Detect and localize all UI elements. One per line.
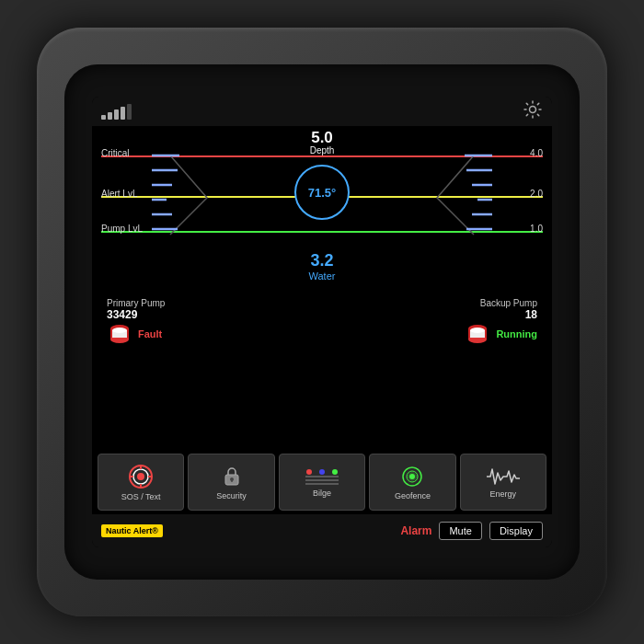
energy-button[interactable]: Energy bbox=[460, 454, 546, 511]
signal-bars bbox=[101, 104, 132, 120]
backup-pump-count: 18 bbox=[525, 308, 537, 321]
primary-pump: Primary Pump 33429 Fault bbox=[107, 298, 314, 351]
depth-label: Depth bbox=[310, 145, 335, 155]
signal-bar-3 bbox=[114, 109, 119, 120]
signal-bar-1 bbox=[101, 115, 106, 120]
primary-pump-count: 33429 bbox=[107, 308, 137, 321]
geofence-label: Geofence bbox=[395, 491, 431, 501]
sos-button[interactable]: SOS / Text bbox=[98, 454, 184, 511]
gauge-section: 5.0 Depth Critical Alert LvL Pump LvL 4.… bbox=[101, 130, 543, 291]
alert-value: 2.0 bbox=[530, 189, 543, 199]
security-label: Security bbox=[216, 491, 247, 501]
primary-pump-label: Primary Pump bbox=[107, 298, 165, 308]
primary-pump-status: Fault bbox=[138, 328, 162, 339]
bilge-button[interactable]: Bilge bbox=[279, 454, 365, 511]
brand-badge: Nautic Alert® bbox=[101, 524, 163, 537]
critical-value: 4.0 bbox=[530, 148, 543, 158]
security-button[interactable]: Security bbox=[188, 454, 274, 511]
right-gauge-svg bbox=[373, 152, 492, 244]
svg-point-22 bbox=[470, 328, 485, 333]
water-value: 3.2 bbox=[309, 251, 336, 270]
svg-point-35 bbox=[332, 469, 338, 475]
bilge-icon bbox=[305, 466, 339, 487]
angle-display: 71.5° bbox=[294, 165, 350, 220]
critical-label: Critical bbox=[101, 148, 130, 158]
display-button[interactable]: Display bbox=[489, 522, 543, 540]
sos-icon bbox=[127, 463, 155, 490]
settings-icon[interactable] bbox=[523, 99, 543, 123]
svg-point-33 bbox=[306, 469, 312, 475]
button-bar: SOS / Text Security bbox=[92, 450, 552, 514]
svg-point-0 bbox=[530, 107, 536, 113]
top-bar bbox=[92, 97, 552, 126]
pump-value: 1.0 bbox=[530, 224, 543, 234]
backup-pump-label: Backup Pump bbox=[480, 298, 537, 308]
svg-point-42 bbox=[409, 474, 415, 479]
signal-bar-2 bbox=[108, 112, 112, 120]
signal-bar-5 bbox=[127, 104, 132, 120]
energy-icon bbox=[487, 466, 520, 488]
geofence-button[interactable]: Geofence bbox=[369, 454, 455, 511]
svg-point-17 bbox=[112, 328, 127, 333]
water-display: 3.2 Water bbox=[309, 251, 336, 282]
svg-point-29 bbox=[137, 473, 144, 480]
energy-label: Energy bbox=[490, 489, 517, 500]
signal-bar-4 bbox=[121, 107, 125, 120]
geofence-icon bbox=[399, 464, 425, 489]
backup-pump: Backup Pump 18 Running bbox=[330, 298, 537, 351]
device-outer: 5.0 Depth Critical Alert LvL Pump LvL 4.… bbox=[37, 28, 607, 616]
sos-label: SOS / Text bbox=[121, 492, 161, 502]
device-inner: 5.0 Depth Critical Alert LvL Pump LvL 4.… bbox=[64, 64, 580, 580]
left-gauge-svg bbox=[152, 152, 271, 244]
backup-pump-status: Running bbox=[496, 328, 537, 339]
screen: 5.0 Depth Critical Alert LvL Pump LvL 4.… bbox=[92, 97, 552, 547]
depth-value: 5.0 bbox=[310, 130, 335, 145]
primary-pump-icon bbox=[107, 321, 132, 347]
bilge-label: Bilge bbox=[313, 489, 331, 499]
main-area: 5.0 Depth Critical Alert LvL Pump LvL 4.… bbox=[92, 126, 552, 450]
mute-button[interactable]: Mute bbox=[439, 522, 481, 540]
status-bar: Nautic Alert® Alarm Mute Display bbox=[92, 514, 552, 547]
alarm-text: Alarm bbox=[400, 524, 431, 537]
pump-section: Primary Pump 33429 Fault bbox=[101, 294, 543, 354]
svg-point-34 bbox=[319, 469, 325, 475]
alert-label: Alert LvL bbox=[101, 189, 137, 199]
water-label: Water bbox=[309, 270, 336, 282]
backup-pump-icon bbox=[465, 321, 490, 347]
pump-label: Pump LvL bbox=[101, 224, 143, 234]
security-icon bbox=[219, 464, 245, 489]
